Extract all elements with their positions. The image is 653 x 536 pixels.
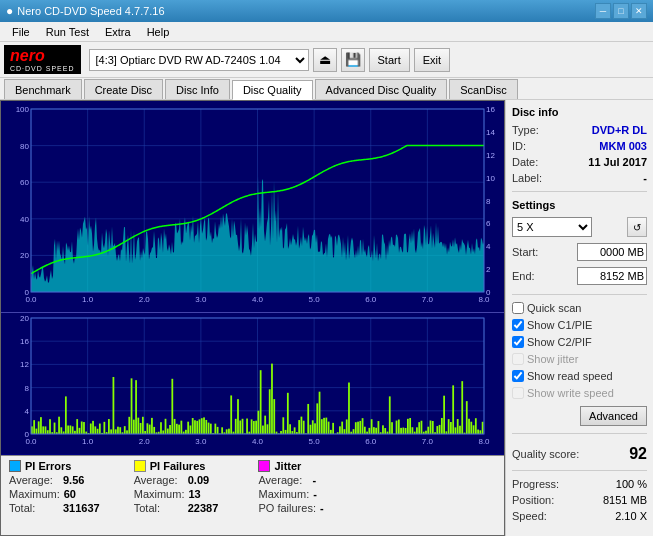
legend-pi-failures: PI Failures Average: 0.09 Maximum: 13 To… [134,460,239,531]
start-label: Start: [512,246,538,258]
show-c1-pie-label: Show C1/PIE [527,319,592,331]
pi-failures-avg: Average: 0.09 [134,474,239,486]
jitter-title: Jitter [258,460,369,472]
jitter-avg: Average: - [258,474,369,486]
bottom-chart-canvas [1,313,504,454]
position-label: Position: [512,494,554,506]
titlebar-buttons: ─ □ ✕ [595,3,647,19]
menu-run-test[interactable]: Run Test [38,24,97,40]
progress-label: Progress: [512,478,559,490]
logo: nero CD·DVD SPEED [4,45,81,74]
speed-row: Speed: 2.10 X [512,510,647,522]
end-input[interactable] [577,267,647,285]
quick-scan-label: Quick scan [527,302,581,314]
quality-row: Quality score: 92 [512,445,647,463]
tab-benchmark[interactable]: Benchmark [4,79,82,99]
show-c2-pif-checkbox[interactable] [512,336,524,348]
disc-label-row: Label: - [512,172,647,184]
quick-scan-row: Quick scan [512,302,647,314]
divider-2 [512,294,647,295]
divider-4 [512,470,647,471]
tab-disc-quality[interactable]: Disc Quality [232,80,313,100]
exit-button[interactable]: Exit [414,48,450,72]
eject-icon[interactable]: ⏏ [313,48,337,72]
start-button[interactable]: Start [369,48,410,72]
pi-errors-title: PI Errors [9,460,114,472]
jitter-dot [258,460,270,472]
speed-value: 2.10 X [615,510,647,522]
disc-id-value: MKM 003 [599,140,647,152]
tab-scandisc[interactable]: ScanDisc [449,79,517,99]
show-c2-pif-label: Show C2/PIF [527,336,592,348]
pi-failures-max: Maximum: 13 [134,488,239,500]
right-panel: Disc info Type: DVD+R DL ID: MKM 003 Dat… [505,100,653,536]
show-read-speed-checkbox[interactable] [512,370,524,382]
show-read-speed-row: Show read speed [512,370,647,382]
show-c2-pif-row: Show C2/PIF [512,336,647,348]
legend-pi-errors: PI Errors Average: 9.56 Maximum: 60 Tota… [9,460,114,531]
menu-help[interactable]: Help [139,24,178,40]
titlebar-left: ● Nero CD-DVD Speed 4.7.7.16 [6,4,165,18]
disc-id-row: ID: MKM 003 [512,140,647,152]
disc-type-label: Type: [512,124,539,136]
save-icon[interactable]: 💾 [341,48,365,72]
quality-value: 92 [629,445,647,463]
legend-jitter: Jitter Average: - Maximum: - PO failures… [258,460,369,531]
quick-scan-checkbox[interactable] [512,302,524,314]
toolbar: nero CD·DVD SPEED [4:3] Optiarc DVD RW A… [0,42,653,78]
progress-value: 100 % [616,478,647,490]
position-row: Position: 8151 MB [512,494,647,506]
tab-create-disc[interactable]: Create Disc [84,79,163,99]
settings-title: Settings [512,199,647,211]
pi-errors-dot [9,460,21,472]
drive-selector[interactable]: [4:3] Optiarc DVD RW AD-7240S 1.04 [89,49,309,71]
pi-failures-title: PI Failures [134,460,239,472]
show-write-speed-checkbox[interactable] [512,387,524,399]
charts-container [1,101,504,455]
start-input[interactable] [577,243,647,261]
tab-disc-info[interactable]: Disc Info [165,79,230,99]
pi-errors-max: Maximum: 60 [9,488,114,500]
disc-label-label: Label: [512,172,542,184]
top-chart-canvas [1,101,504,312]
disc-info-title: Disc info [512,106,647,118]
divider-1 [512,191,647,192]
titlebar: ● Nero CD-DVD Speed 4.7.7.16 ─ □ ✕ [0,0,653,22]
titlebar-title: Nero CD-DVD Speed 4.7.7.16 [17,5,164,17]
show-jitter-checkbox[interactable] [512,353,524,365]
pi-errors-avg: Average: 9.56 [9,474,114,486]
position-value: 8151 MB [603,494,647,506]
show-read-speed-label: Show read speed [527,370,613,382]
menu-file[interactable]: File [4,24,38,40]
disc-date-row: Date: 11 Jul 2017 [512,156,647,168]
close-button[interactable]: ✕ [631,3,647,19]
maximize-button[interactable]: □ [613,3,629,19]
show-c1-pie-checkbox[interactable] [512,319,524,331]
menubar: File Run Test Extra Help [0,22,653,42]
show-c1-pie-row: Show C1/PIE [512,319,647,331]
jitter-max: Maximum: - [258,488,369,500]
show-write-speed-label: Show write speed [527,387,614,399]
refresh-icon[interactable]: ↺ [627,217,647,237]
disc-label-value: - [643,172,647,184]
logo-sub: CD·DVD SPEED [10,65,75,72]
minimize-button[interactable]: ─ [595,3,611,19]
speed-select[interactable]: 5 X [512,217,592,237]
pi-failures-dot [134,460,146,472]
disc-date-label: Date: [512,156,538,168]
start-setting-row: Start: [512,243,647,261]
app-icon: ● [6,4,13,18]
bottom-chart [1,313,504,454]
show-jitter-label: Show jitter [527,353,578,365]
top-chart [1,101,504,313]
speed-setting-row: 5 X ↺ [512,217,647,237]
disc-type-row: Type: DVD+R DL [512,124,647,136]
menu-extra[interactable]: Extra [97,24,139,40]
pi-errors-total: Total: 311637 [9,502,114,514]
end-label: End: [512,270,535,282]
logo-text: nero [10,47,75,65]
progress-row: Progress: 100 % [512,478,647,490]
advanced-button[interactable]: Advanced [580,406,647,426]
tab-advanced-disc-quality[interactable]: Advanced Disc Quality [315,79,448,99]
pi-failures-total: Total: 22387 [134,502,239,514]
